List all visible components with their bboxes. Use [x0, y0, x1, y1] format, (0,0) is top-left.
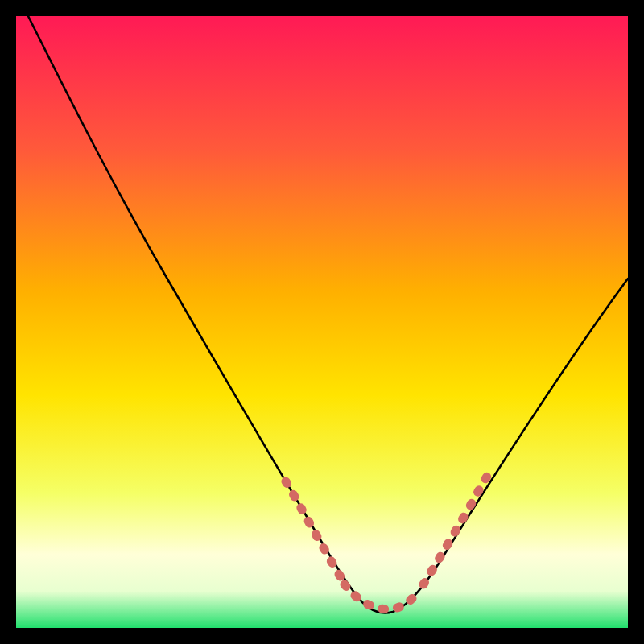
chart-frame: TheBottleneck.com — [16, 16, 628, 628]
chart-svg — [16, 16, 628, 628]
gradient-background — [16, 16, 628, 628]
